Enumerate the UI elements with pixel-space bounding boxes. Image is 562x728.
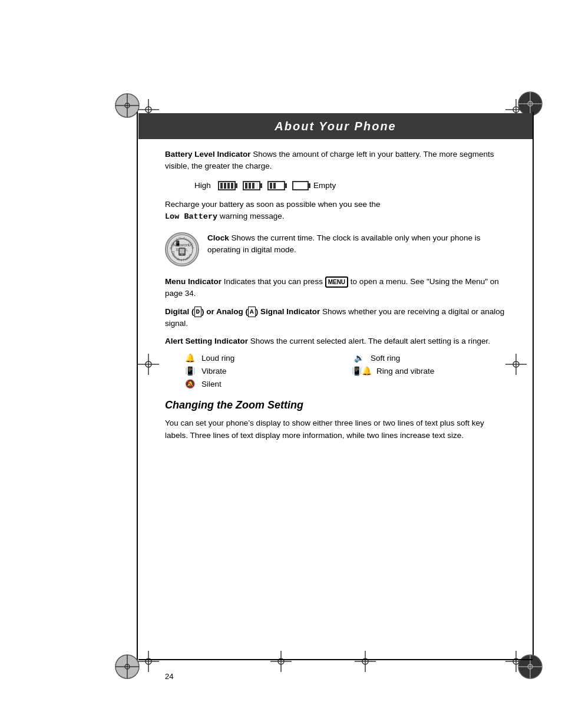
battery-empty-icon [292, 181, 309, 190]
battery-heading: Battery Level Indicator [165, 150, 251, 159]
battery-icons [218, 181, 309, 190]
battery-description: Battery Level Indicator Shows the amount… [165, 149, 509, 173]
zoom-description: You can set your phone’s display to show… [165, 417, 509, 442]
loud-ring-symbol: 🔔 [183, 353, 197, 363]
empty-label: Empty [313, 181, 336, 190]
right-border-line [533, 112, 534, 663]
alert-item-silent: 🔕 Silent [183, 379, 340, 388]
loud-ring-label: Loud ring [201, 354, 234, 363]
battery-3bar-icon [243, 181, 260, 190]
alert-item-ring-vibrate: 📳🔔 Ring and vibrate [352, 366, 509, 375]
clock-section: Network/ Subsc. 📱 Network/Subscription D… [165, 232, 509, 266]
signal-text: Digital (D) or Analog (A) Signal Indicat… [165, 306, 509, 330]
battery-section: Battery Level Indicator Shows the amount… [165, 149, 509, 173]
bottom-border-line [138, 659, 533, 660]
battery-full-icon [218, 181, 236, 190]
reg-mark-bottom-left [113, 653, 141, 681]
recharge-text-part1: Recharge your battery as soon as possibl… [165, 200, 380, 209]
alert-heading: Alert Setting Indicator [165, 337, 248, 345]
alert-item-soft-ring: 🔉 Soft ring [352, 353, 509, 363]
menu-section: Menu Indicator Indicates that you can pr… [165, 276, 509, 300]
menu-desc1: Indicates that you can press [224, 277, 325, 286]
clock-heading: Clock [207, 233, 229, 242]
zoom-heading: Changing the Zoom Setting [165, 399, 509, 411]
silent-symbol: 🔕 [183, 379, 197, 388]
feature-icon-svg: Network/ Subsc. 📱 Network/Subscription D… [166, 233, 198, 265]
svg-rect-22 [180, 249, 184, 253]
menu-heading: Menu Indicator [165, 277, 222, 286]
svg-point-23 [181, 254, 183, 255]
zoom-section: Changing the Zoom Setting You can set yo… [165, 399, 509, 442]
recharge-text: Recharge your battery as soon as possibl… [165, 199, 509, 223]
clock-description: Shows the current time. The clock is ava… [207, 233, 481, 254]
left-border-line [137, 112, 138, 663]
recharge-text-part2: warning message. [220, 212, 285, 220]
reg-mark-bottom-center [270, 651, 292, 672]
high-label: High [194, 181, 213, 190]
vibrate-symbol: 📳 [183, 366, 197, 375]
header-title: About Your Phone [275, 120, 396, 133]
battery-row: High [194, 181, 509, 190]
alert-section: Alert Setting Indicator Shows the curren… [165, 335, 509, 388]
alert-desc: Shows the current selected alert. The de… [250, 337, 490, 345]
reg-mark-mid-left [138, 354, 159, 375]
silent-label: Silent [201, 380, 222, 388]
alert-item-loud-ring: 🔔 Loud ring [183, 353, 340, 363]
page-number: 24 [165, 672, 173, 681]
ring-vibrate-label: Ring and vibrate [376, 367, 434, 375]
clock-text: Clock Shows the current time. The clock … [207, 232, 509, 256]
header-band: About Your Phone [138, 113, 533, 139]
digital-symbol: D [194, 307, 202, 318]
ring-vibrate-symbol: 📳🔔 [352, 366, 372, 375]
analog-symbol: A [248, 307, 256, 318]
alert-text: Alert Setting Indicator Shows the curren… [165, 335, 509, 347]
low-battery-code: Low Battery [165, 212, 217, 221]
vibrate-label: Vibrate [201, 367, 227, 375]
soft-ring-symbol: 🔉 [352, 353, 366, 363]
network-feature-icon: Network/ Subsc. 📱 Network/Subscription D… [165, 232, 199, 266]
battery-2bar-icon [267, 181, 285, 190]
alert-item-vibrate: 📳 Vibrate [183, 366, 340, 375]
page: About Your Phone Battery Level Indicator… [0, 0, 562, 728]
soft-ring-label: Soft ring [371, 354, 400, 363]
alert-grid: 🔔 Loud ring 🔉 Soft ring 📳 Vibrate 📳🔔 Rin… [183, 353, 509, 388]
reg-mark-bottom-left-cross [138, 651, 159, 672]
reg-mark-bottom-right-cross [355, 651, 376, 672]
signal-heading: Digital (D) or Analog (A) Signal Indicat… [165, 307, 320, 316]
reg-mark-mid-right [505, 354, 527, 375]
menu-text: Menu Indicator Indicates that you can pr… [165, 276, 509, 300]
content-area: Battery Level Indicator Shows the amount… [165, 149, 509, 442]
menu-button-symbol: MENU [325, 276, 348, 288]
reg-mark-bottom-right-inner [505, 651, 527, 672]
signal-section: Digital (D) or Analog (A) Signal Indicat… [165, 306, 509, 330]
